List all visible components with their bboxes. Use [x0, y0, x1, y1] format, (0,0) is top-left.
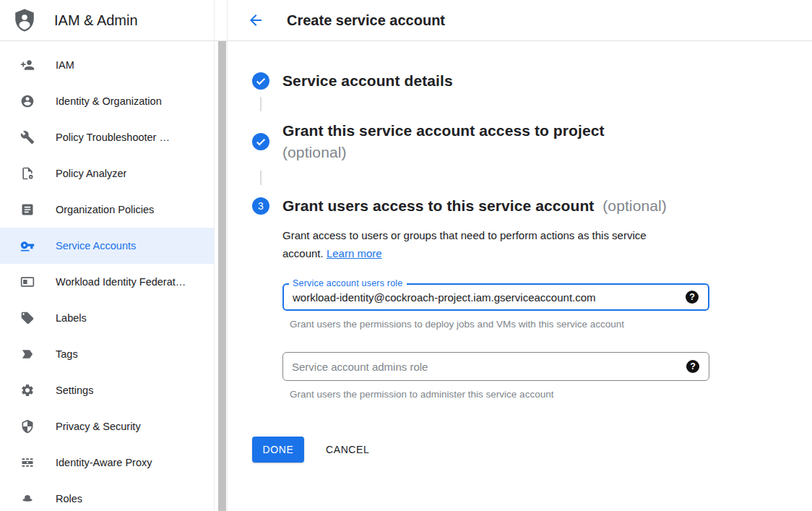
sidebar-item-identity-organization[interactable]: Identity & Organization [0, 83, 214, 119]
sidebar-scrollbar[interactable] [218, 41, 226, 511]
field-label: Service account users role [289, 278, 407, 288]
sidebar-item-roles[interactable]: Roles [0, 481, 214, 511]
proxy-frame-icon [20, 455, 35, 470]
sidebar-title: IAM & Admin [54, 12, 138, 29]
field-helper-text: Grant users the permissions to deploy jo… [290, 319, 812, 330]
sidebar-item-label: Policy Analyzer [56, 168, 126, 179]
sidebar-item-policy-troubleshooter[interactable]: Policy Troubleshooter … [0, 119, 214, 155]
help-icon[interactable]: ? [686, 291, 699, 304]
shield-half-icon [20, 419, 35, 434]
step-number-badge: 3 [252, 197, 269, 215]
sidebar-item-label: IAM [56, 59, 74, 71]
sidebar-item-label: Labels [56, 312, 87, 324]
header-divider [0, 40, 812, 41]
sidebar-item-label: Tags [56, 348, 78, 360]
badge-card-icon [20, 275, 35, 289]
document-gear-icon [20, 166, 35, 181]
done-button[interactable]: DONE [252, 437, 304, 463]
step-1-service-account-details[interactable]: Service account details [252, 70, 812, 92]
wrench-icon [20, 130, 35, 145]
sidebar-scrollbar-track [214, 0, 228, 511]
step-3-body: Grant access to users or groups that nee… [282, 226, 812, 400]
step-description: Grant access to users or groups that nee… [282, 226, 687, 262]
cancel-button[interactable]: CANCEL [326, 444, 369, 455]
optional-label: (optional) [282, 142, 605, 163]
step-2-grant-access-to-project[interactable]: Grant this service account access to pro… [252, 120, 812, 163]
sidebar-item-label: Settings [56, 385, 93, 396]
sidebar-item-iam[interactable]: IAM [0, 47, 214, 83]
field-helper-text: Grant users the permission to administer… [290, 389, 812, 400]
person-add-icon [20, 58, 35, 72]
step-title: Service account details [282, 70, 453, 92]
sidebar-item-policy-analyzer[interactable]: Policy Analyzer [0, 155, 214, 192]
sidebar-item-label: Service Accounts [56, 240, 136, 252]
sidebar: IAM & Admin IAMIdentity & OrganizationPo… [0, 0, 214, 511]
sidebar-item-labels[interactable]: Labels [0, 300, 214, 336]
page-header: Create service account [228, 0, 812, 40]
sidebar-item-label: Privacy & Security [56, 421, 141, 432]
learn-more-link[interactable]: Learn more [327, 247, 382, 259]
back-button[interactable] [247, 12, 264, 29]
step-connector [260, 171, 262, 185]
sidebar-header: IAM & Admin [0, 0, 214, 40]
step-3-grant-users-access[interactable]: 3 Grant users access to this service acc… [252, 195, 812, 217]
arrow-tag-icon [20, 347, 35, 361]
sidebar-item-organization-policies[interactable]: Organization Policies [0, 192, 214, 228]
main-panel: Create service account Service account d… [228, 0, 812, 511]
service-account-admins-role-field[interactable]: ? [282, 352, 709, 381]
action-buttons: DONE CANCEL [252, 437, 812, 463]
wizard-content: Service account details Grant this servi… [228, 40, 812, 463]
sidebar-item-label: Policy Troubleshooter … [56, 132, 170, 143]
iam-shield-icon [12, 7, 37, 33]
sidebar-item-tags[interactable]: Tags [0, 336, 214, 372]
sidebar-item-label: Roles [56, 493, 82, 504]
step-connector [260, 97, 262, 111]
step-title: Grant users access to this service accou… [282, 195, 667, 217]
service-account-admins-role-input[interactable] [283, 361, 709, 373]
sidebar-item-settings[interactable]: Settings [0, 372, 214, 408]
sidebar-item-label: Identity-Aware Proxy [56, 457, 152, 468]
gear-icon [20, 383, 35, 398]
help-icon[interactable]: ? [686, 360, 699, 373]
service-account-users-role-input[interactable] [284, 291, 708, 304]
document-lines-icon [20, 202, 35, 217]
sidebar-item-identity-aware-proxy[interactable]: Identity-Aware Proxy [0, 445, 214, 481]
sidebar-item-privacy-security[interactable]: Privacy & Security [0, 408, 214, 445]
sidebar-item-label: Workload Identity Federat… [56, 276, 186, 288]
hat-icon [20, 491, 35, 506]
sidebar-nav: IAMIdentity & OrganizationPolicy Trouble… [0, 40, 214, 511]
label-tag-icon [20, 311, 35, 325]
step-title: Grant this service account access to pro… [282, 120, 605, 163]
page-title: Create service account [287, 12, 445, 29]
sidebar-item-workload-identity-federat[interactable]: Workload Identity Federat… [0, 264, 214, 300]
step-complete-icon [252, 133, 269, 150]
service-account-key-icon [20, 239, 35, 253]
service-account-users-role-field[interactable]: Service account users role ? [282, 283, 709, 311]
sidebar-item-service-accounts[interactable]: Service Accounts [0, 228, 214, 264]
sidebar-item-label: Organization Policies [56, 204, 154, 215]
account-circle-icon [20, 94, 35, 108]
arrow-back-icon [247, 12, 264, 29]
sidebar-item-label: Identity & Organization [56, 95, 162, 107]
step-complete-icon [252, 72, 269, 90]
